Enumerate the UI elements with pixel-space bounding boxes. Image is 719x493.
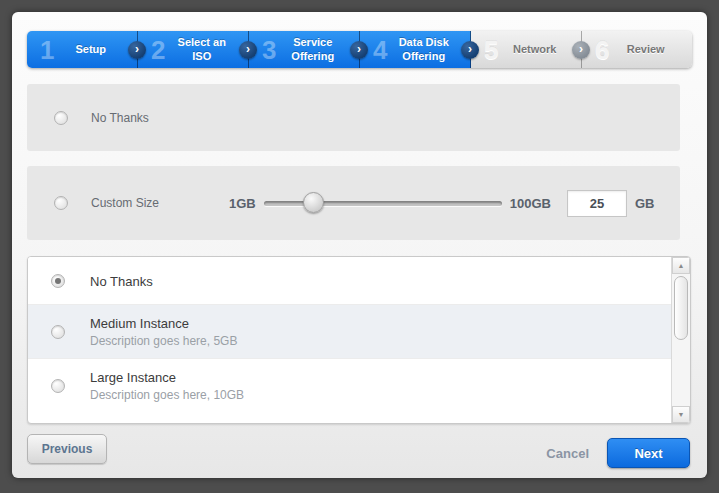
wizard-steps-bar: 1 Setup › 2 Select an ISO › 3 Service Of…: [27, 31, 692, 68]
disk-size-slider[interactable]: [264, 201, 502, 206]
add-instance-wizard-dialog: 1 Setup › 2 Select an ISO › 3 Service Of…: [12, 12, 707, 478]
list-scrollbar[interactable]: ▲ ▼: [671, 257, 690, 423]
step-number: 6: [595, 37, 609, 63]
step-label: Select an ISO: [165, 36, 248, 64]
next-button[interactable]: Next: [607, 438, 690, 468]
no-thanks-panel[interactable]: No Thanks: [27, 84, 680, 151]
wizard-step-service-offering[interactable]: 3 Service Offering ›: [249, 31, 360, 68]
chevron-right-icon: ›: [572, 41, 590, 59]
custom-size-label: Custom Size: [91, 196, 159, 210]
wizard-step-data-disk-offering[interactable]: 4 Data Disk Offering ›: [360, 31, 471, 68]
disk-size-input[interactable]: [567, 190, 627, 217]
step-number: 5: [484, 37, 498, 63]
list-item-description: Description goes here, 10GB: [90, 388, 244, 402]
list-item-title: Medium Instance: [90, 316, 237, 331]
cancel-link[interactable]: Cancel: [546, 438, 589, 468]
list-no-thanks-radio[interactable]: [51, 274, 65, 288]
chevron-right-icon: ›: [461, 41, 479, 59]
chevron-right-icon: ›: [239, 41, 257, 59]
step-number: 1: [40, 37, 54, 63]
list-item-title: Large Instance: [90, 370, 244, 385]
list-item-large-instance[interactable]: Large Instance Description goes here, 10…: [28, 359, 671, 413]
step-label: Service Offering: [276, 36, 359, 64]
wizard-step-setup[interactable]: 1 Setup ›: [27, 31, 138, 68]
custom-size-radio[interactable]: [54, 196, 68, 210]
wizard-step-network[interactable]: 5 Network ›: [471, 31, 582, 68]
slider-thumb[interactable]: [303, 192, 324, 213]
list-item-description: Description goes here, 5GB: [90, 334, 237, 348]
medium-instance-radio[interactable]: [51, 325, 65, 339]
wizard-step-review[interactable]: 6 Review: [582, 31, 692, 68]
chevron-right-icon: ›: [350, 41, 368, 59]
previous-button[interactable]: Previous: [27, 434, 107, 464]
no-thanks-radio[interactable]: [54, 111, 68, 125]
large-instance-radio[interactable]: [51, 379, 65, 393]
custom-size-panel[interactable]: Custom Size 1GB 100GB GB: [27, 166, 680, 240]
no-thanks-label: No Thanks: [91, 111, 149, 125]
wizard-step-select-iso[interactable]: 2 Select an ISO ›: [138, 31, 249, 68]
scrollbar-thumb[interactable]: [674, 276, 688, 340]
step-number: 3: [262, 37, 276, 63]
step-label: Network: [498, 43, 581, 57]
list-item-no-thanks[interactable]: No Thanks: [28, 257, 671, 305]
step-number: 2: [151, 37, 165, 63]
list-item-medium-instance[interactable]: Medium Instance Description goes here, 5…: [28, 305, 671, 359]
step-number: 4: [373, 37, 387, 63]
step-label: Review: [609, 43, 692, 57]
list-item-title: No Thanks: [90, 274, 153, 289]
step-label: Setup: [54, 43, 137, 57]
scroll-down-arrow-icon[interactable]: ▼: [672, 406, 690, 423]
scroll-up-arrow-icon[interactable]: ▲: [672, 257, 690, 274]
step-label: Data Disk Offering: [387, 36, 470, 64]
slider-min-label: 1GB: [229, 196, 256, 211]
slider-max-label: 100GB: [510, 196, 551, 211]
disk-offering-list: No Thanks Medium Instance Description go…: [27, 256, 691, 424]
chevron-right-icon: ›: [128, 41, 146, 59]
disk-size-unit-label: GB: [635, 196, 655, 211]
